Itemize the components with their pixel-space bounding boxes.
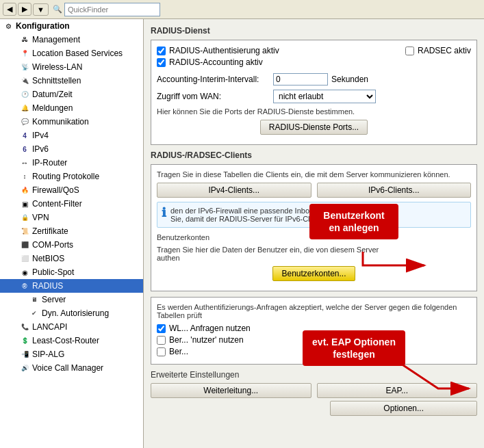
accounting-aktiv-label: RADIUS-Accounting aktiv	[169, 57, 263, 67]
dynauth-icon: ✔	[29, 308, 40, 319]
sidebar-label-sipalg: SIP-ALG	[32, 350, 64, 359]
sidebar-item-voicecall[interactable]: 🔊 Voice Call Manager	[0, 361, 143, 375]
location-icon: 📍	[19, 48, 30, 59]
sidebar-label-com: COM-Ports	[32, 240, 73, 250]
auth-aktiv-checkbox[interactable]	[157, 47, 166, 55]
sidebar-item-ipv6[interactable]: 6 IPv6	[0, 142, 143, 156]
sidebar-item-netbios[interactable]: ⬜ NetBIOS	[0, 252, 143, 265]
ports-button[interactable]: RADIUS-Dienste Ports...	[260, 120, 368, 135]
schnittstellen-icon: 🔌	[19, 75, 30, 86]
accounting-interval-row: Accounting-Interim-Intervall: Sekunden	[157, 73, 471, 85]
accounting-interval-label: Accounting-Interim-Intervall:	[157, 75, 273, 84]
clients-buttons: IPv4-Clients... IPv6-Clients...	[157, 183, 471, 198]
sidebar-item-lancapi[interactable]: 📞 LANCAPI	[0, 320, 143, 334]
wlan-anfragen-checkbox[interactable]	[157, 324, 166, 333]
ipv6-clients-button[interactable]: IPv6-Clients...	[317, 183, 472, 198]
main-container: ⚙ Konfiguration 🖧 Management 📍 Location …	[0, 19, 484, 448]
sidebar-item-vpn[interactable]: 🔒 VPN	[0, 211, 143, 224]
sidebar-item-leastcost[interactable]: 💲 Least-Cost-Router	[0, 334, 143, 347]
weiterleitung-button[interactable]: Weiterleitung...	[151, 383, 311, 398]
sidebar-label-datum: Datum/Zeit	[32, 90, 73, 99]
arrow-to-benutzerkonten	[315, 252, 438, 293]
sidebar-item-schnittstellen[interactable]: 🔌 Schnittstellen	[0, 74, 143, 88]
sidebar-label-dynauth: Dyn. Autorisierung	[42, 308, 109, 318]
sidebar-label-ipv6: IPv6	[32, 144, 49, 154]
radius-icon: ®	[19, 280, 30, 291]
ports-btn-container: RADIUS-Dienste Ports...	[157, 120, 471, 135]
search-icon: 🔍	[53, 5, 62, 14]
sidebar-label-publicspot: Public-Spot	[32, 267, 74, 277]
benutzerkonten-label: Benutzerkonten	[157, 233, 209, 241]
toolbar: ◀ ▶ ▼ 🔍	[0, 0, 484, 19]
quickfinder-input[interactable]	[64, 3, 160, 16]
leastcost-icon: 💲	[19, 335, 30, 346]
sidebar-item-com[interactable]: ⬛ COM-Ports	[0, 238, 143, 252]
sidebar-item-dynauth[interactable]: ✔ Dyn. Autorisierung	[0, 306, 143, 320]
publicspot-icon: ◉	[19, 267, 30, 278]
quickfinder-container: 🔍	[53, 3, 160, 16]
netbios-icon: ⬜	[19, 253, 30, 264]
sidebar-item-kommunikation[interactable]: 💬 Kommunikation	[0, 115, 143, 129]
sidebar-item-routing[interactable]: ↕ Routing Protokolle	[0, 170, 143, 183]
sidebar-item-meldungen[interactable]: 🔔 Meldungen	[0, 101, 143, 115]
sidebar-label-iprouter: IP-Router	[32, 158, 67, 168]
ber2-label: Ber...	[169, 347, 188, 356]
sidebar-item-content[interactable]: ▣ Content-Filter	[0, 197, 143, 211]
sidebar-item-ipv4[interactable]: 4 IPv4	[0, 129, 143, 142]
iprouter-icon: ↔	[19, 157, 30, 168]
sidebar-label-schnittstellen: Schnittstellen	[32, 76, 81, 85]
eap-desc: Es werden Authentifizierungs-Anfragen ak…	[157, 303, 471, 319]
vpn-icon: 🔒	[19, 212, 30, 223]
sidebar-label-meldungen: Meldungen	[32, 103, 73, 113]
sidebar-item-iprouter[interactable]: ↔ IP-Router	[0, 156, 143, 170]
sidebar-label-zertifikate: Zertifikate	[32, 226, 68, 236]
menu-button[interactable]: ▼	[33, 3, 49, 16]
wireless-icon: 📡	[19, 62, 30, 73]
sidebar-label-firewall: Firewall/QoS	[32, 185, 79, 195]
zertifikate-icon: 📜	[19, 226, 30, 237]
ipv4-clients-button[interactable]: IPv4-Clients...	[157, 183, 311, 198]
sidebar-item-management[interactable]: 🖧 Management	[0, 33, 143, 47]
sidebar-item-location[interactable]: 📍 Location Based Services	[0, 47, 143, 60]
zugriff-wan-row: Zugriff vom WAN: nicht erlaubt erlaubt	[157, 90, 471, 103]
sidebar-item-server[interactable]: 🖥 Server	[0, 293, 143, 306]
sidebar-label-netbios: NetBIOS	[32, 254, 64, 263]
sidebar-item-publicspot[interactable]: ◉ Public-Spot	[0, 265, 143, 279]
clients-info: Tragen Sie in diese Tabellen die Clients…	[157, 170, 471, 179]
sidebar-item-sipalg[interactable]: 📲 SIP-ALG	[0, 347, 143, 361]
kommunikation-icon: 💬	[19, 116, 30, 127]
accounting-interval-input[interactable]	[273, 73, 328, 85]
content-icon: ▣	[19, 198, 30, 209]
firewall-icon: 🔥	[19, 185, 30, 196]
zugriff-wan-select[interactable]: nicht erlaubt erlaubt	[273, 90, 376, 103]
radsec-checkbox[interactable]	[405, 47, 414, 55]
meldungen-icon: 🔔	[19, 103, 30, 114]
sidebar-label-server: Server	[42, 295, 66, 304]
sidebar-item-zertifikate[interactable]: 📜 Zertifikate	[0, 224, 143, 238]
lancapi-icon: 📞	[19, 321, 30, 332]
radsec-label: RADSEC aktiv	[418, 46, 471, 55]
sidebar-item-datum[interactable]: 🕐 Datum/Zeit	[0, 88, 143, 101]
accounting-aktiv-row: RADIUS-Accounting aktiv	[157, 57, 279, 67]
ber1-checkbox[interactable]	[157, 336, 166, 345]
clients-title: RADIUS-/RADSEC-Clients	[151, 150, 477, 160]
sidebar-item-konfiguration[interactable]: ⚙ Konfiguration	[0, 19, 143, 33]
forward-button[interactable]: ▶	[18, 3, 31, 16]
com-icon: ⬛	[19, 239, 30, 250]
sidebar-item-radius[interactable]: ® RADIUS	[0, 279, 143, 293]
sidebar-label-lancapi: LANCAPI	[32, 322, 67, 332]
sidebar-label-voicecall: Voice Call Manager	[32, 363, 103, 373]
back-button[interactable]: ◀	[3, 3, 16, 16]
radius-dienst-title: RADIUS-Dienst	[151, 26, 477, 36]
konfiguration-icon: ⚙	[3, 21, 14, 31]
routing-icon: ↕	[19, 171, 30, 182]
datum-icon: 🕐	[19, 89, 30, 100]
sidebar-label-wireless: Wireless-LAN	[32, 62, 82, 72]
sidebar-item-firewall[interactable]: 🔥 Firewall/QoS	[0, 183, 143, 197]
management-icon: 🖧	[19, 34, 30, 45]
sidebar-label-konfiguration: Konfiguration	[16, 21, 70, 31]
tooltip-eap-text: evt. EAP Optionen festlegen	[312, 337, 396, 360]
sidebar-item-wireless[interactable]: 📡 Wireless-LAN	[0, 60, 143, 74]
ber2-checkbox[interactable]	[157, 347, 166, 356]
accounting-aktiv-checkbox[interactable]	[157, 58, 166, 67]
